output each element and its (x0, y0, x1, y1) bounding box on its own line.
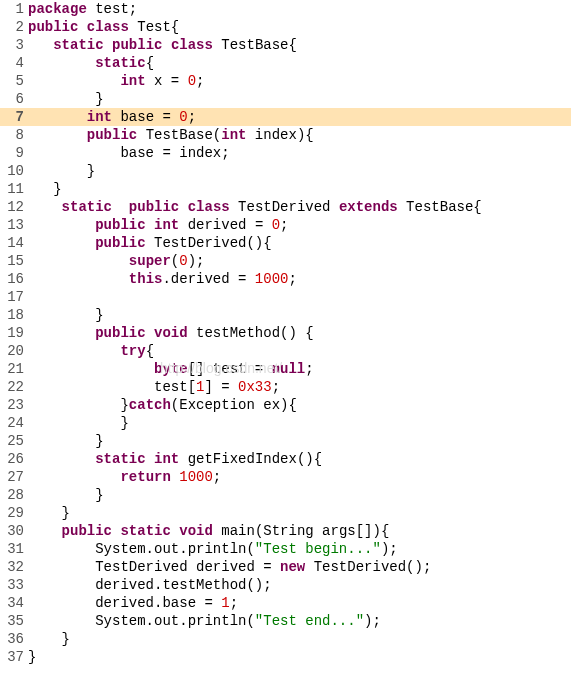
line-number: 23 (0, 396, 28, 414)
line-content: byte[] test = null; (28, 360, 571, 378)
line-content: TestDerived derived = new TestDerived(); (28, 558, 571, 576)
line-content: static{ (28, 54, 571, 72)
line-number: 25 (0, 432, 28, 450)
code-editor: 1package test;2public class Test{3 stati… (0, 0, 571, 666)
line-number: 31 (0, 540, 28, 558)
code-line: 7 int base = 0; (0, 108, 571, 126)
line-content: } (28, 180, 571, 198)
line-number: 4 (0, 54, 28, 72)
code-line: 2public class Test{ (0, 18, 571, 36)
line-number: 37 (0, 648, 28, 666)
code-line: 15 super(0); (0, 252, 571, 270)
line-number: 36 (0, 630, 28, 648)
code-line: 34 derived.base = 1; (0, 594, 571, 612)
line-content: this.derived = 1000; (28, 270, 571, 288)
line-content: } (28, 630, 571, 648)
line-number: 5 (0, 72, 28, 90)
code-line: 22 test[1] = 0x33; (0, 378, 571, 396)
line-content: try{ (28, 342, 571, 360)
line-content: }catch(Exception ex){ (28, 396, 571, 414)
code-line: 6 } (0, 90, 571, 108)
code-line: 25 } (0, 432, 571, 450)
line-number: 18 (0, 306, 28, 324)
line-number: 19 (0, 324, 28, 342)
line-content: public int derived = 0; (28, 216, 571, 234)
code-line: 4 static{ (0, 54, 571, 72)
code-line: 28 } (0, 486, 571, 504)
line-number: 32 (0, 558, 28, 576)
line-number: 6 (0, 90, 28, 108)
code-line: 14 public TestDerived(){ (0, 234, 571, 252)
code-line: 31 System.out.println("Test begin..."); (0, 540, 571, 558)
line-number: 24 (0, 414, 28, 432)
code-line: 32 TestDerived derived = new TestDerived… (0, 558, 571, 576)
line-content: public TestBase(int index){ (28, 126, 571, 144)
line-content: } (28, 432, 571, 450)
line-number: 12 (0, 198, 28, 216)
line-number: 26 (0, 450, 28, 468)
line-number: 7 (0, 108, 28, 126)
line-content: super(0); (28, 252, 571, 270)
line-content: static public class TestBase{ (28, 36, 571, 54)
line-number: 30 (0, 522, 28, 540)
line-content: public TestDerived(){ (28, 234, 571, 252)
code-line: 27 return 1000; (0, 468, 571, 486)
code-line: 24 } (0, 414, 571, 432)
line-content: } (28, 306, 571, 324)
code-line: 9 base = index; (0, 144, 571, 162)
line-number: 8 (0, 126, 28, 144)
code-line: 19 public void testMethod() { (0, 324, 571, 342)
line-number: 13 (0, 216, 28, 234)
code-line: 29 } (0, 504, 571, 522)
line-content (28, 288, 571, 306)
line-number: 2 (0, 18, 28, 36)
line-content: System.out.println("Test begin..."); (28, 540, 571, 558)
code-line: 26 static int getFixedIndex(){ (0, 450, 571, 468)
code-line: 8 public TestBase(int index){ (0, 126, 571, 144)
code-line: 36 } (0, 630, 571, 648)
code-line: 35 System.out.println("Test end..."); (0, 612, 571, 630)
code-line: 23 }catch(Exception ex){ (0, 396, 571, 414)
line-content: static int getFixedIndex(){ (28, 450, 571, 468)
code-line: 37} (0, 648, 571, 666)
line-content: package test; (28, 0, 571, 18)
line-content: public void testMethod() { (28, 324, 571, 342)
code-line: 11 } (0, 180, 571, 198)
code-line: 33 derived.testMethod(); (0, 576, 571, 594)
line-number: 15 (0, 252, 28, 270)
code-line: 12 static public class TestDerived exten… (0, 198, 571, 216)
line-number: 33 (0, 576, 28, 594)
code-line: 16 this.derived = 1000; (0, 270, 571, 288)
line-number: 22 (0, 378, 28, 396)
line-content: } (28, 162, 571, 180)
line-content: int base = 0; (28, 108, 571, 126)
code-line: 3 static public class TestBase{ (0, 36, 571, 54)
line-number: 1 (0, 0, 28, 18)
line-number: 27 (0, 468, 28, 486)
code-line: 18 } (0, 306, 571, 324)
code-line: 30 public static void main(String args[]… (0, 522, 571, 540)
line-content: } (28, 648, 571, 666)
line-number: 16 (0, 270, 28, 288)
line-content: static public class TestDerived extends … (28, 198, 571, 216)
line-content: int x = 0; (28, 72, 571, 90)
line-number: 17 (0, 288, 28, 306)
code-line: 10 } (0, 162, 571, 180)
line-number: 10 (0, 162, 28, 180)
line-content: public static void main(String args[]){ (28, 522, 571, 540)
code-line: 13 public int derived = 0; (0, 216, 571, 234)
line-number: 20 (0, 342, 28, 360)
line-content: } (28, 414, 571, 432)
line-content: derived.testMethod(); (28, 576, 571, 594)
line-content: } (28, 90, 571, 108)
line-content: test[1] = 0x33; (28, 378, 571, 396)
code-line: 21 byte[] test = null; (0, 360, 571, 378)
code-line: 20 try{ (0, 342, 571, 360)
line-content: base = index; (28, 144, 571, 162)
code-line: 1package test; (0, 0, 571, 18)
line-content: public class Test{ (28, 18, 571, 36)
line-number: 29 (0, 504, 28, 522)
line-number: 14 (0, 234, 28, 252)
line-number: 11 (0, 180, 28, 198)
line-content: return 1000; (28, 468, 571, 486)
